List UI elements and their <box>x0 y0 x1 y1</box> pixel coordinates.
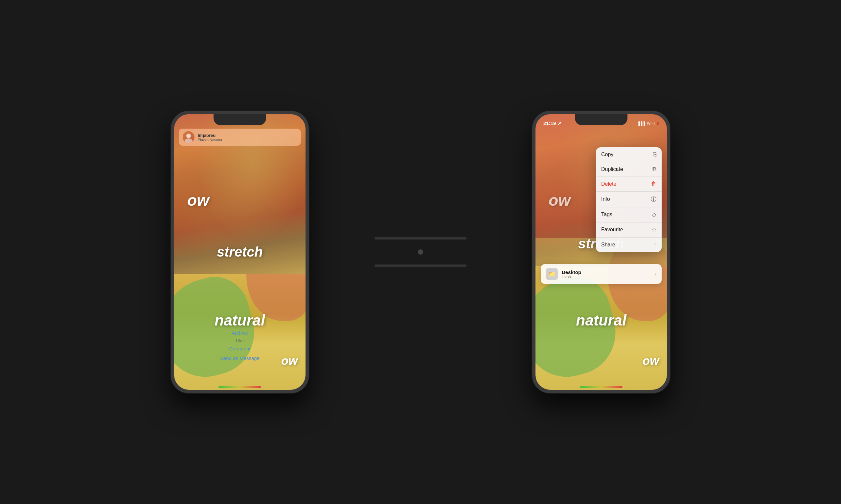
menu-item-copy[interactable]: Copy ⎘ <box>596 147 662 162</box>
user-location: Piazza Navona <box>198 138 222 142</box>
text-natural-right: natural <box>576 311 626 329</box>
trash-icon: 🗑 <box>651 181 656 187</box>
battery-icon: ▮ <box>657 121 659 126</box>
menu-duplicate-label: Duplicate <box>601 166 623 172</box>
like-label[interactable]: Like <box>236 338 244 343</box>
context-menu: Copy ⎘ Duplicate ⧉ Delete 🗑 Info ⓘ Tags <box>596 147 662 252</box>
text-ow-bottom-right: ow <box>642 354 659 368</box>
text-natural-left: natural <box>214 311 265 329</box>
signal-icon: ▐▐▐ <box>637 121 645 125</box>
folder-left: 📁 Desktop 16:38 · <box>546 268 581 280</box>
connector-dot <box>418 249 423 255</box>
star-icon: ☆ <box>651 227 656 233</box>
text-stretch-left: stretch <box>217 244 263 260</box>
folder-name: Desktop <box>562 269 581 275</box>
menu-delete-label: Delete <box>601 181 616 187</box>
text-ow-top-right: ow <box>549 191 571 209</box>
text-ow-top-left: ow <box>187 191 209 209</box>
svg-point-1 <box>185 139 192 143</box>
menu-favourite-label: Favourite <box>601 227 623 233</box>
user-info: lmjabreu Piazza Navona <box>198 133 222 142</box>
right-status-icons: ▐▐▐ WiFi ▮ <box>637 121 659 126</box>
menu-copy-label: Copy <box>601 151 613 158</box>
right-phone: 21:19 ↗ ▐▐▐ WiFi ▮ ow stretch natural ow… <box>532 111 670 393</box>
svg-point-0 <box>186 133 191 138</box>
right-phone-screen: 21:19 ↗ ▐▐▐ WiFi ▮ ow stretch natural ow… <box>535 114 667 390</box>
menu-tags-label: Tags <box>601 212 612 218</box>
phones-wrapper: 9:41 lmjabreu Piazza Navona ow stretch n… <box>171 111 670 393</box>
right-status-time: 21:19 ↗ <box>543 121 562 126</box>
copy-icon: ⎘ <box>653 151 656 158</box>
menu-item-info[interactable]: Info ⓘ <box>596 192 662 208</box>
menu-item-share[interactable]: Share ↑ <box>596 237 662 252</box>
menu-item-favourite[interactable]: Favourite ☆ <box>596 222 662 237</box>
duplicate-icon: ⧉ <box>652 166 656 173</box>
action-buttons: Archive Like Comment Send as Message <box>174 329 306 362</box>
chevron-right-icon: › <box>654 271 656 277</box>
archive-button[interactable]: Archive <box>231 329 248 337</box>
wifi-icon: WiFi <box>647 121 655 126</box>
left-phone: 9:41 lmjabreu Piazza Navona ow stretch n… <box>171 111 309 393</box>
right-home-indicator <box>580 386 622 388</box>
avatar <box>183 131 194 143</box>
left-status-bar: 9:41 <box>174 114 306 129</box>
left-phone-screen: 9:41 lmjabreu Piazza Navona ow stretch n… <box>174 114 306 390</box>
share-icon: ↑ <box>654 241 657 248</box>
user-name: lmjabreu <box>198 133 222 138</box>
right-status-bar: 21:19 ↗ ▐▐▐ WiFi ▮ <box>535 114 667 129</box>
info-icon: ⓘ <box>651 196 656 203</box>
menu-item-tags[interactable]: Tags ◇ <box>596 208 662 222</box>
connector-bar-top <box>375 237 466 239</box>
menu-share-label: Share <box>601 242 615 248</box>
send-button[interactable]: Send as Message <box>220 354 259 362</box>
folder-item[interactable]: 📁 Desktop 16:38 · › <box>541 264 662 284</box>
menu-item-duplicate[interactable]: Duplicate ⧉ <box>596 162 662 177</box>
menu-info-label: Info <box>601 196 610 202</box>
home-indicator <box>219 386 261 388</box>
folder-date: 16:38 · <box>562 275 581 279</box>
user-header[interactable]: lmjabreu Piazza Navona <box>179 129 301 146</box>
folder-icon: 📁 <box>546 268 558 280</box>
comment-button[interactable]: Comment <box>229 344 250 353</box>
connector-bar-bottom <box>375 265 466 267</box>
folder-text: Desktop 16:38 · <box>562 269 581 279</box>
menu-item-delete[interactable]: Delete 🗑 <box>596 177 662 192</box>
connector <box>375 237 466 267</box>
tags-icon: ◇ <box>652 211 656 218</box>
